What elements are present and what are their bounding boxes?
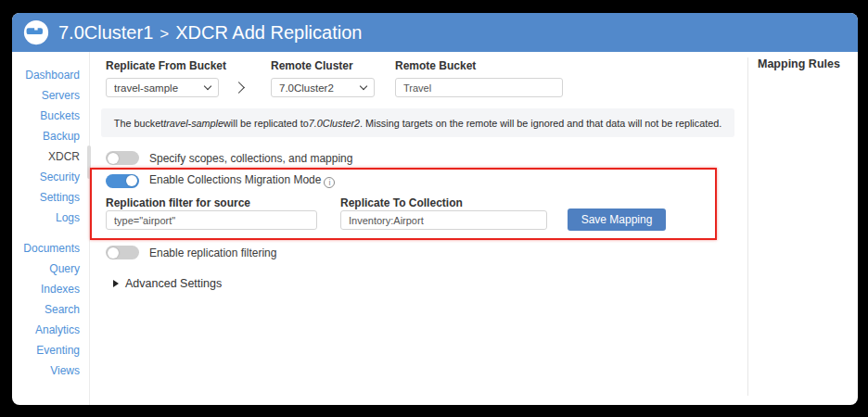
sidebar-item-backup[interactable]: Backup xyxy=(12,126,89,146)
filter-source-input[interactable] xyxy=(106,210,317,230)
sidebar-scroll-thumb[interactable] xyxy=(87,145,91,179)
couchbase-logo-icon xyxy=(23,19,49,45)
remote-bucket-label: Remote Bucket xyxy=(395,59,476,72)
sidebar-item-logs[interactable]: Logs xyxy=(12,208,89,228)
sidebar-item-documents[interactable]: Documents xyxy=(12,238,89,259)
specify-scopes-toggle[interactable] xyxy=(106,151,139,165)
sidebar-item-dashboard[interactable]: Dashboard xyxy=(12,65,89,85)
chevron-down-icon xyxy=(204,82,211,90)
page-title: XDCR Add Replication xyxy=(175,22,362,43)
advanced-settings-label: Advanced Settings xyxy=(125,277,222,290)
content-right-divider xyxy=(747,57,748,396)
toggle-knob xyxy=(108,247,119,259)
sidebar-item-indexes[interactable]: Indexes xyxy=(12,279,89,299)
toggle-knob xyxy=(126,175,137,186)
sidebar-nav: Dashboard Servers Buckets Backup XDCR Se… xyxy=(12,52,90,405)
sidebar-item-analytics[interactable]: Analytics xyxy=(12,320,89,340)
migration-mode-toggle[interactable] xyxy=(106,174,139,188)
sidebar-group-divider xyxy=(12,228,89,238)
to-collection-input[interactable] xyxy=(340,210,547,230)
remote-cluster-select[interactable]: 7.0Cluster2 xyxy=(271,78,375,97)
breadcrumb-separator: > xyxy=(153,25,175,43)
breadcrumb: 7.0Cluster1>XDCR Add Replication xyxy=(58,13,362,52)
migration-mode-toggle-row: Enable Collections Migration Modei xyxy=(106,173,335,188)
from-bucket-value: travel-sample xyxy=(114,82,205,94)
replication-filtering-label: Enable replication filtering xyxy=(149,246,276,259)
from-bucket-label: Replicate From Bucket xyxy=(106,59,226,72)
sidebar-item-views[interactable]: Views xyxy=(12,360,89,381)
replication-filtering-toggle-row: Enable replication filtering xyxy=(106,246,276,259)
from-bucket-select[interactable]: travel-sample xyxy=(106,78,219,97)
to-collection-label: Replicate To Collection xyxy=(340,196,463,209)
sidebar-item-xdcr[interactable]: XDCR xyxy=(12,146,89,167)
sidebar-item-servers[interactable]: Servers xyxy=(12,85,89,106)
remote-cluster-value: 7.0Cluster2 xyxy=(279,82,361,94)
specify-scopes-toggle-row: Specify scopes, collections, and mapping xyxy=(106,151,352,165)
filter-source-label: Replication filter for source xyxy=(106,196,250,209)
advanced-settings-toggle[interactable]: Advanced Settings xyxy=(113,277,222,290)
sidebar-item-settings[interactable]: Settings xyxy=(12,187,89,208)
toggle-knob xyxy=(108,153,119,164)
mapping-rules-title: Mapping Rules xyxy=(758,57,840,70)
remote-cluster-label: Remote Cluster xyxy=(271,59,353,72)
app-window: 7.0Cluster1>XDCR Add Replication Dashboa… xyxy=(12,13,858,405)
triangle-right-icon xyxy=(113,280,119,287)
app-header: 7.0Cluster1>XDCR Add Replication xyxy=(12,13,858,52)
info-icon[interactable]: i xyxy=(324,177,335,188)
chevron-down-icon xyxy=(360,82,367,90)
sidebar-item-buckets[interactable]: Buckets xyxy=(12,106,89,126)
sidebar-item-eventing[interactable]: Eventing xyxy=(12,340,89,360)
replication-filtering-toggle[interactable] xyxy=(106,246,139,259)
save-mapping-button[interactable]: Save Mapping xyxy=(568,208,666,231)
replication-note: The bucket travel-sample will be replica… xyxy=(101,108,734,137)
replication-direction-arrow-icon xyxy=(233,82,245,94)
breadcrumb-cluster[interactable]: 7.0Cluster1 xyxy=(58,22,153,43)
sidebar-item-query[interactable]: Query xyxy=(12,259,89,279)
remote-bucket-input[interactable] xyxy=(395,78,563,97)
sidebar-item-security[interactable]: Security xyxy=(12,167,89,187)
migration-mode-label: Enable Collections Migration Modei xyxy=(149,173,335,188)
sidebar-item-search[interactable]: Search xyxy=(12,299,89,320)
specify-scopes-label: Specify scopes, collections, and mapping xyxy=(149,152,352,165)
